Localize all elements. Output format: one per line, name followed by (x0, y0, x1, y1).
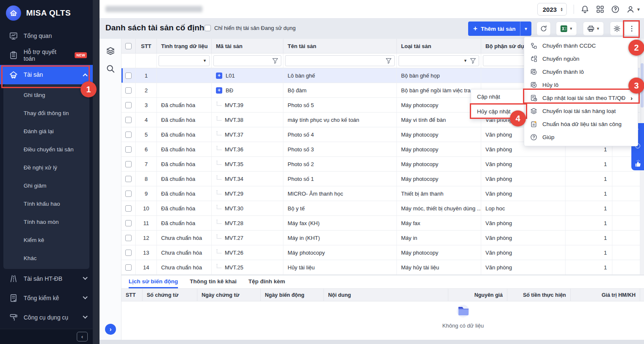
sidebar-subitem[interactable]: Đánh giá lại (3, 122, 89, 140)
sidebar-subitem[interactable]: Khác (3, 249, 89, 267)
table-row[interactable]: 11 Đã chuẩn hóa MVT.28 Máy fax (KH) Máy … (121, 216, 640, 231)
menu-item-lotcancel[interactable]: Hủy lô (524, 78, 638, 91)
menu-item-lotplus[interactable]: Chuyển thành lô (524, 65, 638, 78)
sidebar-subitem[interactable]: Điều chuyển tài sản (3, 140, 89, 159)
cell-type: Bộ bàn ghế ngồi làm việc tra (397, 83, 481, 97)
sidebar-item-tai-san[interactable]: Tài sản (0, 65, 93, 84)
select-all-checkbox[interactable] (125, 43, 132, 49)
table-row[interactable]: 13 Chưa chuẩn hóa MVT.26 Máy photocopy M… (121, 245, 640, 260)
menu-item-source[interactable]: Chuyển nguồn (524, 52, 638, 65)
row-checkbox[interactable] (121, 216, 136, 230)
cell-extra (612, 201, 640, 215)
menu-item-ccdc[interactable]: Chuyển thành CCDC (524, 39, 638, 52)
row-checkbox[interactable] (121, 83, 136, 97)
sidebar-subitem[interactable]: Tính hao mòn (3, 213, 89, 231)
table-row[interactable]: 12 Chưa chuẩn hóa MVT.27 Máy in (KHT) Má… (121, 231, 640, 245)
sidebar-subitem[interactable]: Thay đổi thông tin (3, 104, 89, 122)
name-filter-input[interactable] (285, 55, 395, 66)
col-header-type[interactable]: Loại tài sản (397, 39, 481, 53)
sidebar-subitem[interactable]: Ghi tăng (3, 86, 89, 104)
refresh-button[interactable] (536, 22, 551, 36)
row-checkbox[interactable] (121, 113, 136, 127)
year-stepper-icon[interactable]: ▲▼ (560, 7, 563, 11)
user-menu[interactable]: ▼ (626, 5, 641, 13)
table-row[interactable]: 7 Đã chuẩn hóa MVT.35 Photo số 2 Máy pho… (121, 157, 640, 172)
thumbs-up-icon[interactable] (634, 160, 642, 168)
context-item-cap-nhat[interactable]: Cập nhật (471, 89, 524, 104)
sidebar-item-tong-quan[interactable]: Tổng quan (0, 26, 93, 46)
row-checkbox[interactable] (121, 98, 136, 112)
col-header-stt[interactable]: STT (136, 39, 157, 53)
row-checkbox[interactable] (121, 142, 136, 156)
sidebar-collapse-button[interactable]: ‹ (77, 332, 88, 341)
row-checkbox[interactable] (121, 157, 136, 171)
cell-status (157, 68, 212, 83)
sidebar-item-tai-san-ht-db[interactable]: Tài sản HT-ĐB (0, 269, 93, 288)
expand-plus-icon[interactable]: + (216, 87, 222, 94)
sidebar-subitem[interactable]: Kiểm kê (3, 231, 89, 249)
col-header-status[interactable]: Tình trạng dữ liệu (157, 39, 212, 53)
annotation-step-4: 4 (510, 110, 526, 126)
row-checkbox[interactable] (121, 245, 136, 260)
cell-qty: 1 (566, 172, 612, 186)
notifications-bell-icon[interactable] (581, 5, 589, 13)
menu-item-help[interactable]: Giúp (524, 131, 638, 144)
row-checkbox[interactable] (121, 127, 136, 142)
printer-icon (587, 25, 595, 32)
type-filter-dropdown[interactable]: ▼ (399, 55, 479, 66)
expand-plus-icon[interactable]: + (216, 73, 222, 79)
sidebar-subitem[interactable]: Đề nghị xử lý (3, 159, 89, 177)
funnel-icon[interactable] (272, 58, 278, 64)
menu-item-normalize[interactable]: Chuẩn hóa dữ liệu tài sản công (524, 118, 638, 131)
table-row[interactable]: 8 Đã chuẩn hóa MVT.34 Photo số 1 Máy pho… (121, 172, 640, 186)
checkbox-icon[interactable] (205, 25, 211, 31)
funnel-icon[interactable] (385, 58, 392, 64)
export-excel-button[interactable]: ▼ (556, 22, 577, 36)
funnel-icon[interactable] (470, 58, 476, 64)
settings-button[interactable] (610, 22, 624, 36)
cell-stt: 5 (136, 127, 157, 142)
group-layers-icon[interactable] (106, 46, 115, 56)
cell-type: Máy photocopy (397, 245, 481, 260)
row-checkbox[interactable] (121, 260, 136, 274)
row-checkbox[interactable] (121, 201, 136, 215)
normalize-icon (530, 121, 537, 128)
tab-thong-tin-ke-khai[interactable]: Thông tin kê khai (190, 275, 237, 288)
apps-grid-icon[interactable] (596, 5, 604, 13)
sidebar-item-cong-cu-dung-cu[interactable]: Công cụ dụng cụ (0, 308, 93, 327)
table-row[interactable]: 14 Chưa chuẩn hóa MVT.25 Hủy tài liệu Má… (121, 260, 640, 275)
add-asset-button[interactable]: + Thêm tài sản ▼ (468, 22, 531, 36)
row-checkbox[interactable] (121, 231, 136, 245)
row-checkbox[interactable] (121, 172, 136, 186)
row-checkbox[interactable] (121, 186, 136, 201)
cell-name: Bộ y tế (283, 201, 397, 215)
expand-panel-button[interactable]: › (105, 324, 116, 335)
sidebar-item-tong-kiem-ke[interactable]: Tổng kiểm kê (0, 288, 93, 308)
detail-header-cell: Số chứng từ (143, 289, 197, 301)
table-row[interactable]: 9 Đã chuẩn hóa MVT.29 MICRO- Âm thanh họ… (121, 186, 640, 201)
code-filter-input[interactable] (213, 55, 281, 66)
table-row[interactable]: 10 Đã chuẩn hóa MVT.30 Bộ y tế Máy móc, … (121, 201, 640, 216)
add-asset-dropdown[interactable]: ▼ (520, 22, 531, 36)
sidebar-subitem[interactable]: Ghi giảm (3, 177, 89, 195)
print-button[interactable]: ▼ (583, 22, 604, 36)
sidebar-subitem[interactable]: Tính khấu hao (3, 195, 89, 213)
horizontal-scrollbar[interactable] (100, 340, 644, 344)
tab-tep-dinh-kem[interactable]: Tệp đính kèm (248, 275, 285, 288)
search-icon[interactable] (106, 64, 115, 73)
row-checkbox[interactable] (121, 68, 136, 83)
tab-lich-su-bien-dong[interactable]: Lịch sử biến động (129, 275, 178, 288)
tree-indent-icon (217, 234, 221, 239)
menu-item-layers[interactable]: Chuyển loại tài sản hàng loạt (524, 105, 638, 118)
col-header-code[interactable]: Mã tài sản (212, 39, 283, 53)
help-icon[interactable] (611, 5, 620, 13)
app-logo[interactable]: MISA QLTS (0, 0, 93, 26)
sidebar-item-ho-tro-quyet-toan[interactable]: Hỗ trợ quyết toán NEW (0, 46, 93, 65)
redacted-organization-name (105, 6, 202, 12)
more-options-button[interactable] (624, 22, 639, 36)
fiscal-year-selector[interactable]: 2023 ▲▼ (537, 3, 567, 16)
col-header-name[interactable]: Tên tài sản (283, 39, 397, 53)
status-filter-dropdown[interactable]: ▼ (159, 55, 210, 66)
menu-item-updatetype[interactable]: Cập nhật loại tài sản theo TT/QĐ › (524, 91, 638, 105)
filter-in-use-toggle[interactable]: Chỉ hiển thị tài sản Đang sử dụng (205, 25, 296, 31)
